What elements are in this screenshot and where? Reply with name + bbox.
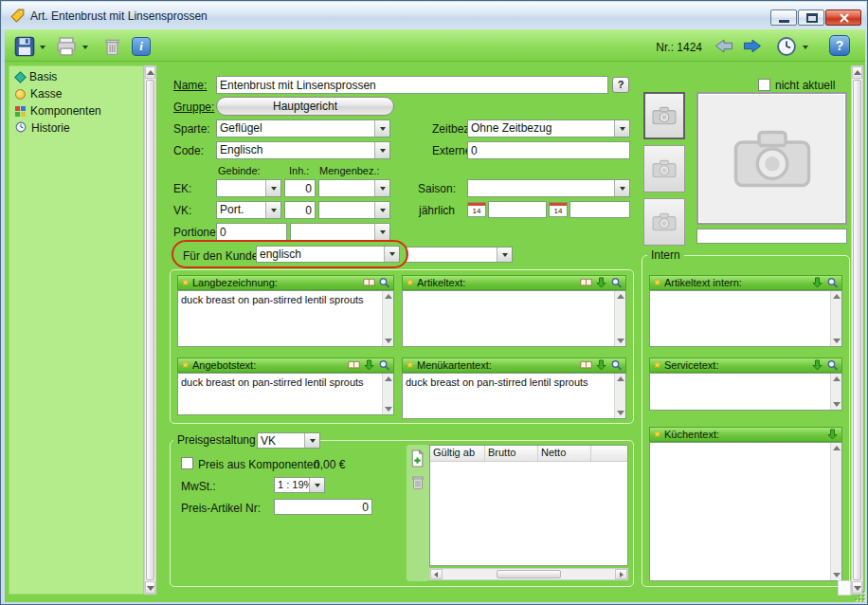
mwst-dropdown[interactable]: 1 : 19% (274, 477, 325, 493)
artikeltext-textarea[interactable] (402, 290, 626, 347)
sparte-dropdown[interactable]: Geflügel (216, 119, 390, 138)
transfer-down-icon[interactable] (811, 277, 823, 288)
photo-thumbnail-3[interactable] (643, 198, 685, 246)
code-dropdown[interactable]: Englisch (216, 141, 390, 159)
scroll-up-icon[interactable] (617, 294, 624, 299)
scroll-down-icon[interactable] (145, 581, 155, 594)
scroll-down-icon[interactable] (617, 411, 624, 415)
name-input[interactable] (216, 76, 608, 94)
search-icon[interactable] (610, 359, 623, 371)
langbezeichnung-textarea[interactable]: duck breast on pan-stirred lentil sprout… (177, 290, 394, 347)
history-button[interactable] (776, 36, 797, 57)
info-button[interactable]: i (132, 37, 151, 56)
photo-caption-input[interactable] (696, 229, 847, 244)
close-button[interactable] (825, 9, 861, 26)
scroll-down-icon[interactable] (833, 339, 841, 343)
history-dropdown[interactable] (801, 44, 810, 51)
scroll-down-icon[interactable] (617, 339, 624, 343)
chevron-down-icon[interactable] (265, 202, 280, 218)
portionen-einheit-dropdown[interactable] (290, 223, 390, 241)
save-button[interactable] (14, 36, 35, 57)
maximize-button[interactable] (798, 9, 824, 26)
vk-mengenbez-dropdown[interactable] (318, 201, 390, 219)
chevron-down-icon[interactable] (374, 142, 389, 158)
book-icon[interactable] (348, 359, 360, 371)
transfer-down-icon[interactable] (363, 359, 375, 371)
preis-artikel-input[interactable] (274, 499, 372, 515)
scroll-down-icon[interactable] (385, 407, 392, 412)
zeitbezug-dropdown[interactable]: Ohne Zeitbezug (467, 119, 630, 138)
photo-thumbnail-2[interactable] (643, 145, 685, 192)
textarea-scrollbar[interactable] (382, 291, 393, 346)
nicht-aktuell-checkbox[interactable] (758, 79, 770, 91)
forward-icon[interactable] (742, 39, 763, 53)
minimize-button[interactable] (770, 9, 797, 26)
col-brutto[interactable]: Brutto (485, 446, 538, 462)
chevron-down-icon[interactable] (265, 180, 280, 196)
chevron-down-icon[interactable] (614, 180, 629, 196)
scrollbar-thumb[interactable] (853, 80, 861, 580)
chevron-down-icon[interactable] (614, 120, 629, 137)
scrollbar-thumb[interactable] (146, 80, 154, 580)
servicetext-textarea[interactable] (649, 373, 842, 411)
menuekartentext-textarea[interactable]: duck breast on pan-stirred lentil sprout… (402, 373, 626, 419)
portionen-input[interactable] (216, 223, 287, 241)
kunde-sprache-dropdown[interactable]: englisch (256, 246, 400, 263)
col-netto[interactable]: Netto (538, 446, 591, 462)
main-scrollbar[interactable] (851, 65, 863, 595)
price-table[interactable]: Gültig ab Brutto Netto (429, 445, 628, 566)
name-help-button[interactable]: ? (612, 77, 629, 93)
delete-button[interactable] (103, 37, 120, 56)
chevron-down-icon[interactable] (374, 202, 389, 218)
textarea-scrollbar[interactable] (614, 374, 625, 418)
scroll-up-icon[interactable] (145, 66, 155, 79)
save-dropdown[interactable] (38, 44, 47, 51)
saison-dropdown[interactable] (467, 179, 630, 197)
scroll-down-icon[interactable] (385, 339, 392, 343)
photo-preview[interactable] (696, 92, 847, 225)
gruppe-button[interactable]: Hauptgericht (216, 97, 394, 116)
jaehrlich-von-input[interactable] (488, 201, 547, 218)
chevron-down-icon[interactable] (374, 120, 389, 137)
book-icon[interactable] (580, 277, 592, 288)
search-icon[interactable] (378, 359, 390, 371)
add-row-button[interactable] (409, 449, 425, 468)
chevron-down-icon[interactable] (497, 248, 512, 262)
search-icon[interactable] (826, 359, 839, 371)
transfer-down-icon[interactable] (595, 277, 607, 288)
scrollbar-thumb[interactable] (497, 570, 561, 578)
textarea-scrollbar[interactable] (614, 291, 625, 346)
scroll-down-icon[interactable] (833, 573, 841, 578)
sidebar-scrollbar[interactable] (144, 65, 156, 595)
book-icon[interactable] (363, 277, 375, 288)
vk-inh-input[interactable] (284, 201, 316, 219)
textarea-scrollbar[interactable] (830, 374, 841, 410)
ek-gebinde-dropdown[interactable] (216, 179, 281, 197)
search-icon[interactable] (610, 277, 623, 288)
scroll-up-icon[interactable] (833, 446, 841, 450)
textarea-scrollbar[interactable] (830, 291, 841, 346)
calendar-icon[interactable]: 14 (549, 202, 568, 217)
textarea-scrollbar[interactable] (830, 443, 841, 580)
scroll-left-icon[interactable] (430, 569, 443, 579)
scroll-right-icon[interactable] (615, 569, 627, 579)
preis-aus-komponenten-checkbox[interactable] (181, 457, 193, 469)
search-icon[interactable] (826, 277, 839, 288)
resize-grip[interactable] (854, 589, 867, 602)
sidebar-item-kasse[interactable]: Kasse (15, 86, 62, 101)
chevron-down-icon[interactable] (309, 478, 324, 492)
search-icon[interactable] (378, 277, 390, 288)
textarea-scrollbar[interactable] (382, 374, 393, 414)
col-gueltig-ab[interactable]: Gültig ab (430, 446, 485, 462)
scroll-up-icon[interactable] (852, 66, 862, 79)
help-button[interactable]: ? (829, 35, 850, 56)
angebotstext-textarea[interactable]: duck breast on pan-stirred lentil sprout… (177, 373, 394, 415)
scroll-up-icon[interactable] (385, 376, 392, 381)
title-bar[interactable]: Art. Entenbrust mit Linsensprossen (2, 2, 866, 29)
book-icon[interactable] (580, 359, 592, 371)
table-hscrollbar[interactable] (429, 568, 628, 580)
zusatz-dropdown[interactable] (406, 247, 513, 263)
jaehrlich-bis-input[interactable] (570, 201, 630, 218)
sidebar-item-basis[interactable]: Basis (16, 69, 57, 84)
back-icon[interactable] (714, 39, 734, 53)
